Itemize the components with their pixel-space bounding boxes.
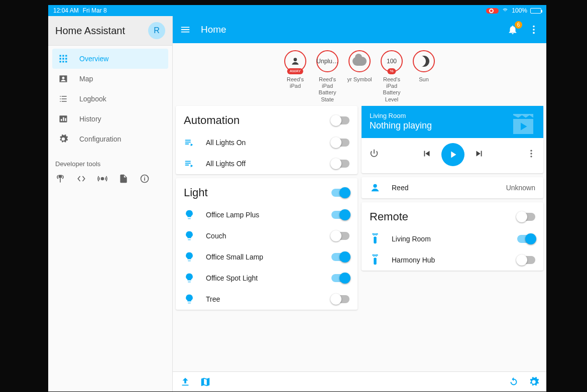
automation-toggle[interactable] xyxy=(331,139,349,147)
svg-point-16 xyxy=(373,184,377,187)
play-button[interactable] xyxy=(441,143,464,166)
light-master-toggle[interactable] xyxy=(331,189,349,197)
remote-icon xyxy=(370,254,381,266)
person-row[interactable]: Reed Unknown xyxy=(362,177,543,198)
light-toggle[interactable] xyxy=(331,295,349,303)
light-toggle[interactable] xyxy=(331,253,349,261)
sidebar-item-history[interactable]: History xyxy=(52,109,168,129)
svg-rect-18 xyxy=(374,257,377,265)
app-title: Home Assistant xyxy=(55,25,125,37)
sidebar-item-overview[interactable]: Overview xyxy=(52,49,168,69)
automation-master-toggle[interactable] xyxy=(331,116,349,124)
state-badge[interactable]: yr Symbol xyxy=(346,50,373,103)
light-row[interactable]: Tree xyxy=(176,289,358,310)
light-row[interactable]: Office Spot Light xyxy=(176,268,358,289)
svg-rect-17 xyxy=(374,236,377,243)
svg-point-14 xyxy=(530,153,532,154)
svg-point-6 xyxy=(101,178,104,180)
remote-icon xyxy=(370,233,381,244)
chart-icon xyxy=(58,114,68,124)
light-row[interactable]: Office Lamp Plus xyxy=(176,204,358,225)
person-icon xyxy=(370,182,381,193)
developer-tools-label: Developer tools xyxy=(48,152,172,171)
upload-button[interactable] xyxy=(180,376,191,387)
media-player-card: Living Room Nothing playing xyxy=(362,106,543,173)
bulb-icon xyxy=(184,294,195,305)
remote-toggle[interactable] xyxy=(517,256,535,264)
settings-button[interactable] xyxy=(528,376,539,387)
next-button[interactable] xyxy=(474,148,485,161)
automation-title: Automation xyxy=(184,114,240,127)
account-box-icon xyxy=(58,74,68,84)
gear-icon xyxy=(58,134,68,144)
svg-point-10 xyxy=(533,29,535,31)
svg-rect-5 xyxy=(60,178,61,182)
dev-events-icon[interactable] xyxy=(97,174,107,184)
bulb-icon xyxy=(184,230,195,241)
automation-row[interactable]: All Lights Off xyxy=(176,153,358,174)
list-icon xyxy=(58,94,68,104)
remote-row[interactable]: Harmony Hub xyxy=(362,249,543,271)
automation-card: Automation All Lights OnAll Lights Off xyxy=(176,106,358,174)
media-more-button[interactable] xyxy=(526,149,536,161)
ios-statusbar: 12:04 AM Fri Mar 8 100% xyxy=(48,5,546,16)
sidebar: Home Assistant R Overview Map Logbook xyxy=(48,16,173,391)
dev-services-icon[interactable] xyxy=(55,174,65,184)
state-badge[interactable]: 100%Reed's iPad Battery Level xyxy=(379,50,405,103)
bulb-icon xyxy=(184,209,195,220)
light-card: Light Office Lamp PlusCouchOffice Small … xyxy=(176,178,358,310)
more-button[interactable] xyxy=(528,24,539,35)
page-title: Home xyxy=(201,24,226,35)
sidebar-item-label: History xyxy=(79,115,101,123)
grid-icon xyxy=(58,54,68,64)
notification-count: 6 xyxy=(515,21,522,29)
light-toggle[interactable] xyxy=(331,232,349,240)
person-state: Unknown xyxy=(506,184,535,192)
previous-button[interactable] xyxy=(421,148,432,161)
state-badge[interactable]: AWAYReed's iPad xyxy=(282,50,308,103)
battery-percent: 100% xyxy=(512,7,527,14)
svg-point-12 xyxy=(294,58,297,61)
svg-point-0 xyxy=(62,77,65,79)
dev-info-icon[interactable] xyxy=(140,174,150,184)
menu-button[interactable] xyxy=(180,24,191,35)
sidebar-header: Home Assistant R xyxy=(48,16,172,46)
state-badge[interactable]: Unplu…Reed's iPad Battery State xyxy=(314,50,340,103)
automation-toggle[interactable] xyxy=(331,160,349,168)
remote-row[interactable]: Living Room xyxy=(362,228,543,249)
status-date: Fri Mar 8 xyxy=(83,7,107,14)
remote-toggle[interactable] xyxy=(517,235,535,243)
sidebar-item-label: Overview xyxy=(79,55,108,63)
person-name: Reed xyxy=(392,184,506,192)
dev-states-icon[interactable] xyxy=(76,174,86,184)
bulb-icon xyxy=(184,251,195,263)
light-row[interactable]: Office Small Lamp xyxy=(176,246,358,268)
power-button[interactable] xyxy=(369,148,380,161)
sidebar-item-logbook[interactable]: Logbook xyxy=(52,89,168,109)
map-button[interactable] xyxy=(200,376,211,387)
notifications-button[interactable]: 6 xyxy=(507,24,518,35)
remote-master-toggle[interactable] xyxy=(517,213,535,221)
light-toggle[interactable] xyxy=(331,274,349,282)
automation-row[interactable]: All Lights On xyxy=(176,132,358,153)
bottom-bar xyxy=(173,371,546,391)
app-toolbar: Home 6 xyxy=(173,16,546,43)
dev-templates-icon[interactable] xyxy=(119,174,129,184)
sidebar-item-map[interactable]: Map xyxy=(52,69,168,89)
sidebar-item-label: Configuration xyxy=(79,135,121,143)
state-badge[interactable]: Sun xyxy=(411,50,437,103)
svg-point-9 xyxy=(533,26,535,28)
light-row[interactable]: Couch xyxy=(176,225,358,246)
screen-recording-indicator[interactable] xyxy=(486,8,499,14)
refresh-button[interactable] xyxy=(508,376,519,387)
sidebar-item-configuration[interactable]: Configuration xyxy=(52,129,168,149)
person-card: Reed Unknown xyxy=(362,177,543,198)
bulb-icon xyxy=(184,273,195,284)
remote-title: Remote xyxy=(370,210,408,223)
status-time: 12:04 AM xyxy=(53,7,79,14)
light-toggle[interactable] xyxy=(331,211,349,219)
user-avatar[interactable]: R xyxy=(148,22,165,39)
playlist-play-icon xyxy=(184,137,195,148)
remote-card: Remote Living RoomHarmony Hub xyxy=(362,202,543,271)
svg-point-8 xyxy=(144,177,145,178)
